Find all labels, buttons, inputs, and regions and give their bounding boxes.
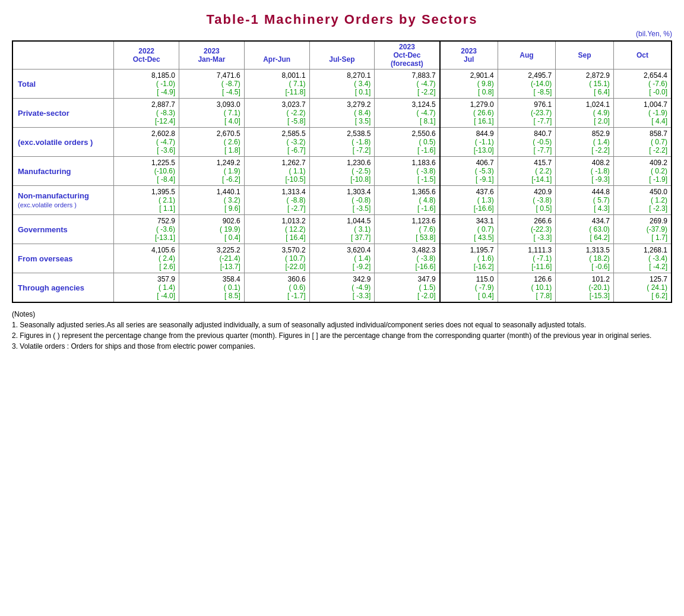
data-cell-r0-c5: 2,901.4( 9.8)[ 0.8] [440, 70, 498, 99]
data-cell-r6-c8: 1,268.1( -3.4)[ -4.2] [613, 244, 672, 273]
col-header-1: 2022 Oct-Dec [114, 41, 179, 70]
data-cell-r4-c5: 437.6( 1.3)[-16.6] [440, 186, 498, 215]
data-cell-r6-c7: 1,313.5( 18.2)[ -0.6] [556, 244, 614, 273]
data-cell-r7-c0: 357.9( 1.4)[ -4.0] [114, 273, 179, 303]
col-header-8: Sep [556, 41, 614, 70]
main-table: 2022 Oct-Dec 2023 Jan-Mar Apr-Jun Jul-Se… [12, 40, 672, 303]
note-item-1: 2. Figures in ( ) represent the percenta… [12, 331, 672, 340]
data-cell-r6-c0: 4,105.6( 2.4)[ 2.6] [114, 244, 179, 273]
data-cell-r3-c0: 1,225.5(-10.6)[ -8.4] [114, 157, 179, 186]
data-cell-r1-c5: 1,279.0( 26.6)[ 16.1] [440, 99, 498, 128]
data-cell-r6-c3: 3,620.4( 1.4)[ -9.2] [309, 244, 375, 273]
data-cell-r2-c8: 858.7( 0.7)[ -2.2] [613, 128, 672, 157]
unit-label: (bil.Yen, %) [12, 30, 672, 38]
data-cell-r6-c1: 3,225.2(-21.4)[-13.7] [179, 244, 245, 273]
data-cell-r3-c1: 1,249.2( 1.9)[ -6.2] [179, 157, 245, 186]
data-cell-r3-c6: 415.7( 2.2)[-14.1] [498, 157, 556, 186]
data-cell-r1-c2: 3,023.7( -2.2)[ -5.8] [244, 99, 309, 128]
data-cell-r5-c7: 434.7( 63.0)[ 64.2] [556, 215, 614, 244]
data-cell-r1-c0: 2,887.7( -8.3)[-12.4] [114, 99, 179, 128]
row-label-2: (exc.volatile orders ) [12, 128, 114, 157]
data-cell-r3-c3: 1,230.6( -2.5)[-10.8] [309, 157, 375, 186]
data-cell-r5-c4: 1,123.6( 7.6)[ 53.8] [375, 215, 440, 244]
data-cell-r1-c1: 3,093.0( 7.1)[ 4.0] [179, 99, 245, 128]
data-cell-r5-c0: 752.9( -3.6)[-13.1] [114, 215, 179, 244]
data-cell-r1-c7: 1,024.1( 4.9)[ 2.0] [556, 99, 614, 128]
row-label-3: Manufacturing [12, 157, 114, 186]
data-cell-r5-c2: 1,013.2( 12.2)[ 16.4] [244, 215, 309, 244]
col-header-4: Jul-Sep [309, 41, 375, 70]
data-cell-r4-c2: 1,313.4( -8.8)[ -2.7] [244, 186, 309, 215]
data-cell-r2-c2: 2,585.5( -3.2)[ -6.7] [244, 128, 309, 157]
data-cell-r2-c7: 852.9( 1.4)[ -2.2] [556, 128, 614, 157]
data-cell-r7-c7: 101.2(-20.1)[-15.3] [556, 273, 614, 303]
data-cell-r0-c3: 8,270.1( 3.4)[ 0.1] [309, 70, 375, 99]
notes-section: (Notes) 1. Seasonally adjusted series.As… [12, 310, 672, 350]
data-cell-r3-c7: 408.2( -1.8)[ -9.3] [556, 157, 614, 186]
data-cell-r7-c1: 358.4( 0.1)[ 8.5] [179, 273, 245, 303]
col-header-2: 2023 Jan-Mar [179, 41, 245, 70]
col-header-5: 2023 Oct-Dec (forecast) [375, 41, 440, 70]
data-cell-r6-c5: 1,195.7( 1.6)[-16.2] [440, 244, 498, 273]
data-cell-r1-c4: 3,124.5( -4.7)[ 8.1] [375, 99, 440, 128]
data-cell-r4-c8: 450.0( 1.2)[ -2.3] [613, 186, 672, 215]
data-cell-r4-c1: 1,440.1( 3.2)[ 9.6] [179, 186, 245, 215]
data-cell-r4-c4: 1,365.6( 4.8)[ -1.6] [375, 186, 440, 215]
col-header-9: Oct [613, 41, 672, 70]
row-label-5: Governments [12, 215, 114, 244]
data-cell-r2-c3: 2,538.5( -1.8)[ -7.2] [309, 128, 375, 157]
data-cell-r7-c5: 115.0( -7.9)[ 0.4] [440, 273, 498, 303]
row-label-1: Private-sector [12, 99, 114, 128]
data-cell-r3-c2: 1,262.7( 1.1)[-10.5] [244, 157, 309, 186]
data-cell-r2-c5: 844.9( -1.1)[-13.0] [440, 128, 498, 157]
data-cell-r7-c8: 125.7( 24.1)[ 6.2] [613, 273, 672, 303]
data-cell-r4-c3: 1,303.4( -0.8)[ -3.5] [309, 186, 375, 215]
data-cell-r4-c7: 444.8( 5.7)[ 4.3] [556, 186, 614, 215]
data-cell-r6-c4: 3,482.3( -3.8)[-16.6] [375, 244, 440, 273]
data-cell-r4-c6: 420.9( -3.8)[ 0.5] [498, 186, 556, 215]
row-label-4: Non-manufacturing(exc.volatile orders ) [12, 186, 114, 215]
data-cell-r1-c6: 976.1(-23.7)[ -7.7] [498, 99, 556, 128]
data-cell-r0-c8: 2,654.4( -7.6)[ -0.0] [613, 70, 672, 99]
data-cell-r2-c0: 2,602.8( -4.7)[ -3.6] [114, 128, 179, 157]
data-cell-r5-c3: 1,044.5( 3.1)[ 37.7] [309, 215, 375, 244]
note-item-0: 1. Seasonally adjusted series.As all ser… [12, 321, 672, 329]
col-header-3: Apr-Jun [244, 41, 309, 70]
notes-title: (Notes) [12, 310, 672, 318]
row-label-7: Through agencies [12, 273, 114, 303]
data-cell-r7-c2: 360.6( 0.6)[ -1.7] [244, 273, 309, 303]
data-cell-r5-c5: 343.1( 0.7)[ 43.5] [440, 215, 498, 244]
col-header-6: 2023 Jul [440, 41, 498, 70]
data-cell-r7-c3: 342.9( -4.9)[ -3.3] [309, 273, 375, 303]
data-cell-r7-c4: 347.9( 1.5)[ -2.0] [375, 273, 440, 303]
data-cell-r0-c6: 2,495.7(-14.0)[ -8.5] [498, 70, 556, 99]
data-cell-r6-c2: 3,570.2( 10.7)[-22.0] [244, 244, 309, 273]
data-cell-r1-c3: 3,279.2( 8.4)[ 3.5] [309, 99, 375, 128]
data-cell-r0-c0: 8,185.0( -1.0)[ -4.9] [114, 70, 179, 99]
page-title: Table-1 Machinery Orders by Sectors [12, 12, 672, 27]
data-cell-r5-c6: 266.6(-22.3)[ -3.3] [498, 215, 556, 244]
label-col-header [12, 41, 114, 70]
data-cell-r3-c8: 409.2( 0.2)[ -1.9] [613, 157, 672, 186]
data-cell-r6-c6: 1,111.3( -7.1)[-11.6] [498, 244, 556, 273]
data-cell-r5-c1: 902.6( 19.9)[ 0.4] [179, 215, 245, 244]
data-cell-r2-c4: 2,550.6( 0.5)[ -1.6] [375, 128, 440, 157]
row-label-6: From overseas [12, 244, 114, 273]
col-header-7: Aug [498, 41, 556, 70]
data-cell-r1-c8: 1,004.7( -1.9)[ 4.4] [613, 99, 672, 128]
data-cell-r7-c6: 126.6( 10.1)[ 7.8] [498, 273, 556, 303]
data-cell-r3-c4: 1,183.6( -3.8)[ -1.5] [375, 157, 440, 186]
data-cell-r5-c8: 269.9(-37.9)[ 1.7] [613, 215, 672, 244]
data-cell-r0-c2: 8,001.1( 7.1)[-11.8] [244, 70, 309, 99]
data-cell-r4-c0: 1,395.5( 2.1)[ 1.1] [114, 186, 179, 215]
data-cell-r0-c7: 2,872.9( 15.1)[ 6.4] [556, 70, 614, 99]
data-cell-r2-c1: 2,670.5( 2.6)[ 1.8] [179, 128, 245, 157]
data-cell-r2-c6: 840.7( -0.5)[ -7.7] [498, 128, 556, 157]
data-cell-r0-c1: 7,471.6( -8.7)[ -4.5] [179, 70, 245, 99]
note-item-2: 3. Volatile orders : Orders for ships an… [12, 342, 672, 350]
data-cell-r3-c5: 406.7( -5.3)[ -9.1] [440, 157, 498, 186]
row-label-0: Total [12, 70, 114, 99]
data-cell-r0-c4: 7,883.7( -4.7)[ -2.2] [375, 70, 440, 99]
